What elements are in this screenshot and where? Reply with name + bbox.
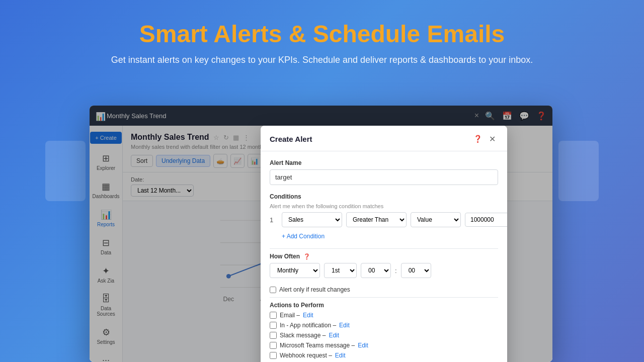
- action-teams-row: Microsoft Teams message – Edit: [270, 342, 498, 349]
- action-slack-label: Slack message –: [280, 332, 326, 339]
- action-teams-edit-link[interactable]: Edit: [358, 342, 368, 349]
- add-condition-link[interactable]: + Add Condition: [282, 233, 325, 240]
- alert-name-section: Alert Name: [270, 159, 498, 185]
- how-often-section: How Often ❓ Daily Monthly Weekly 1st 2nd…: [270, 253, 498, 278]
- time-colon: :: [395, 267, 397, 275]
- action-inapp-row: In - App notification – Edit: [270, 322, 498, 329]
- action-webhook-label: Webhook request –: [280, 352, 332, 359]
- how-often-day-select[interactable]: 1st 2nd Last: [324, 263, 357, 278]
- alert-only-label: Alert only if result changes: [279, 286, 350, 293]
- action-webhook-edit-link[interactable]: Edit: [335, 352, 346, 359]
- condition-row-1: 1 Sales Revenue Profit Greater Than Less…: [270, 212, 498, 227]
- action-email-checkbox[interactable]: [270, 312, 277, 319]
- condition-value-input[interactable]: [465, 213, 507, 227]
- hero-subtitle: Get instant alerts on key changes to you…: [10, 55, 634, 65]
- how-often-hour-select[interactable]: 00 06 12 18: [361, 263, 391, 278]
- hero-section: Smart Alerts & Schedule Emails Get insta…: [0, 0, 644, 75]
- app-body: + Create ⊞ Explorer ▦ Dashboards 📊 Repor…: [90, 126, 552, 362]
- divider-1: [270, 248, 498, 249]
- action-teams-checkbox[interactable]: [270, 342, 277, 349]
- modal-close-button[interactable]: ✕: [486, 133, 498, 145]
- modal-header: Create Alert ❓ ✕: [261, 126, 507, 151]
- divider-2: [270, 297, 498, 298]
- action-slack-checkbox[interactable]: [270, 332, 277, 339]
- actions-label: Actions to Perform: [270, 302, 498, 309]
- alert-only-checkbox[interactable]: [270, 287, 276, 293]
- action-inapp-edit-link[interactable]: Edit: [339, 322, 350, 329]
- modal-body: Alert Name Conditions Alert me when the …: [261, 151, 507, 362]
- action-email-row: Email – Edit: [270, 312, 498, 319]
- modal-help-icon[interactable]: ❓: [473, 135, 482, 143]
- alert-only-row: Alert only if result changes: [270, 286, 498, 293]
- modal-title: Create Alert: [270, 135, 312, 143]
- conditions-label: Conditions: [270, 193, 498, 200]
- how-often-label: How Often ❓: [270, 253, 498, 260]
- conditions-section: Conditions Alert me when the following c…: [270, 193, 498, 240]
- actions-section: Actions to Perform Email – Edit In - App…: [270, 302, 498, 359]
- action-email-label: Email –: [280, 312, 300, 319]
- action-slack-row: Slack message – Edit: [270, 332, 498, 339]
- how-often-row: Daily Monthly Weekly 1st 2nd Last 00 06: [270, 263, 498, 278]
- condition-field-select[interactable]: Sales Revenue Profit: [282, 212, 342, 227]
- app-window: 📊 Monthly Sales Trend × 🔍 📅 💬 ❓ + Create…: [90, 106, 552, 362]
- left-decoration: [45, 141, 86, 201]
- hero-title: Smart Alerts & Schedule Emails: [10, 20, 634, 48]
- action-email-edit-link[interactable]: Edit: [303, 312, 313, 319]
- action-slack-edit-link[interactable]: Edit: [329, 332, 339, 339]
- condition-number: 1: [270, 216, 278, 224]
- condition-value-type-select[interactable]: Value Percentage: [411, 212, 461, 227]
- alert-name-input[interactable]: [270, 169, 498, 185]
- modal-header-actions: ❓ ✕: [473, 133, 498, 145]
- condition-operator-select[interactable]: Greater Than Less Than Equals: [346, 212, 407, 227]
- action-inapp-label: In - App notification –: [280, 322, 336, 329]
- how-often-help-icon[interactable]: ❓: [303, 253, 310, 259]
- action-teams-label: Microsoft Teams message –: [280, 342, 355, 349]
- right-decoration: [558, 141, 599, 201]
- how-often-frequency-select[interactable]: Daily Monthly Weekly: [270, 263, 320, 278]
- action-webhook-row: Webhook request – Edit: [270, 352, 498, 359]
- conditions-sublabel: Alert me when the following condition ma…: [270, 203, 498, 209]
- action-webhook-checkbox[interactable]: [270, 352, 277, 359]
- create-alert-modal: Create Alert ❓ ✕ Alert Name Conditions A…: [261, 126, 507, 362]
- action-inapp-checkbox[interactable]: [270, 322, 277, 329]
- how-often-minute-select[interactable]: 00 15 30 45: [401, 263, 431, 278]
- alert-name-label: Alert Name: [270, 159, 498, 166]
